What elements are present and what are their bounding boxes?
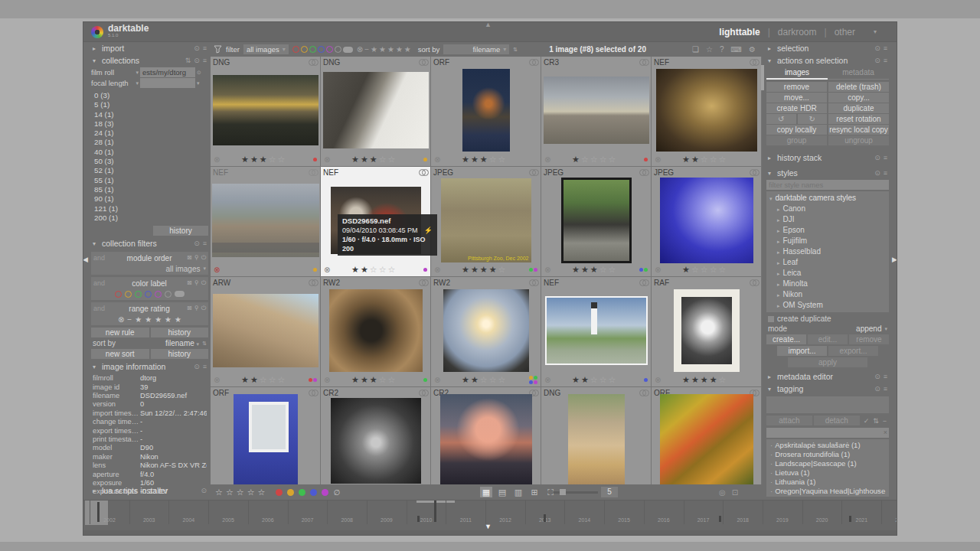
sort-direction-icon[interactable]: ⇅ [513, 47, 518, 53]
duplicate-button[interactable]: duplicate [828, 103, 889, 113]
presets-icon[interactable]: ≡ [884, 169, 887, 177]
tag-item[interactable]: Apskritalapė saulašarė (1) [768, 441, 887, 450]
thumbnail-cell[interactable]: RW2⊗★★★☆☆ [321, 277, 430, 386]
rating-stars[interactable]: ★★★☆☆ [220, 155, 308, 165]
filter-scope-select[interactable]: all images▾ [243, 44, 289, 54]
thumbnail-cell[interactable]: JPEG⊗★★★☆☆ [541, 167, 651, 276]
reject-icon[interactable]: ⊗ [544, 266, 550, 274]
filter-rating-widget[interactable]: ⊗−★★★★★ [357, 45, 411, 54]
thumbnail-cell[interactable]: NEF⊗★★☆☆☆ [541, 277, 651, 386]
detach-button[interactable]: detach [814, 416, 860, 425]
thumbnail-cell[interactable]: NEF⊗ [211, 167, 320, 276]
pin-icon[interactable]: ⚲ [194, 305, 199, 312]
thumbnail-cell[interactable]: DNG⊗★★★☆☆ [211, 57, 320, 166]
thumbnail-cell[interactable]: ORF⊗★★★☆☆ [431, 57, 541, 166]
reject-icon[interactable]: ⊗ [324, 376, 330, 384]
tab-lighttable[interactable]: lighttable [719, 27, 760, 37]
attach-button[interactable]: attach [766, 416, 812, 425]
color-label-circle[interactable] [125, 291, 132, 298]
views-dropdown-icon[interactable]: ▾ [874, 28, 877, 35]
rating-stars[interactable]: ★★★☆☆ [330, 155, 418, 165]
styles-tree-item[interactable]: ▸Minolta [769, 279, 886, 289]
metadata-editor-module-header[interactable]: ▸ metadata editor ⊙≡ [765, 370, 890, 383]
collection-value-item[interactable]: 14 (1) [94, 110, 205, 119]
rating-stars[interactable]: ★★☆☆☆ [550, 375, 639, 385]
collection-rule-value-input[interactable] [140, 78, 195, 88]
preferences-gear-icon[interactable]: ⚙ [749, 45, 756, 54]
collection-value-item[interactable]: 90 (1) [94, 194, 205, 204]
history-stack-module-header[interactable]: ▸ history stack ⊙≡ [765, 152, 890, 164]
filter-color-circles[interactable] [292, 46, 353, 53]
reject-icon[interactable]: ⊗ [544, 376, 550, 384]
style-export-button[interactable]: export... [828, 346, 878, 356]
reject-icon[interactable]: ⊗ [434, 266, 440, 274]
rating-stars[interactable]: ★★★☆☆ [550, 265, 639, 275]
actions-module-header[interactable]: ▾ actions on selection ⊙≡ [765, 54, 890, 67]
reject-icon[interactable]: ⊗ [324, 266, 330, 274]
toggle-sort-icon[interactable]: ⇅ [873, 417, 879, 425]
rating-stars[interactable]: ★★★☆☆ [440, 155, 528, 165]
thumbnail-cell[interactable]: ORF⊗ [652, 387, 761, 484]
style-remove-button[interactable]: remove [849, 334, 889, 344]
rating-stars[interactable]: ★☆☆☆☆ [550, 155, 639, 165]
color-label-circle[interactable] [318, 46, 325, 53]
pin-icon[interactable]: ⚲ [194, 254, 199, 262]
grid-scrollbar[interactable] [761, 65, 764, 90]
collection-value-item[interactable]: 24 (1) [94, 129, 205, 138]
style-filter-input[interactable] [766, 180, 889, 190]
rating-filter-stars[interactable]: ☆☆☆☆☆ [215, 487, 268, 497]
enable-icon[interactable]: ⏻ [201, 254, 206, 262]
reset-icon[interactable]: ⊙ [874, 373, 880, 380]
group-icon[interactable] [639, 59, 648, 66]
keyboard-icon[interactable]: ⌨ [731, 45, 742, 54]
rotate-ccw-button[interactable]: ↺ [766, 114, 796, 124]
new-sort-button[interactable]: new sort [91, 349, 149, 359]
view-zoomable-icon[interactable]: ▤ [496, 487, 508, 497]
reset-icon[interactable]: ⊙ [194, 57, 200, 64]
tag-item[interactable]: Landscape|Seascape (1) [768, 459, 887, 468]
rating-stars[interactable]: ★★★★☆ [440, 265, 528, 275]
thumbnail-cell[interactable]: CR2⊗ [321, 387, 430, 484]
presets-icon[interactable]: ≡ [884, 373, 887, 380]
thumbnail-cell[interactable]: ORF⊗ [211, 387, 320, 484]
view-culling-dynamic-icon[interactable]: ▥ [512, 487, 524, 497]
zoom-slider-thumb[interactable] [560, 489, 566, 495]
color-label-circle[interactable] [155, 291, 162, 298]
display-profile-icon[interactable]: ❏ [692, 45, 699, 54]
filters-history-button[interactable]: history [151, 328, 209, 337]
sort-icon[interactable]: ⇅ [185, 57, 191, 64]
new-rule-button[interactable]: new rule [91, 328, 149, 337]
collection-rule-field[interactable]: film roll▾ [91, 68, 139, 77]
right-panel-collapse-icon[interactable]: ▶ [892, 256, 897, 263]
top-panel-collapse-icon[interactable]: ▲ [485, 21, 492, 28]
collections-module-header[interactable]: ▾ collections ⇅⊙≡ [90, 54, 210, 67]
styles-tree-item[interactable]: ▸Epson [769, 225, 886, 236]
color-label-circle[interactable] [292, 46, 299, 53]
rating-stars[interactable]: ★★☆☆☆ [661, 155, 749, 165]
group-icon[interactable] [639, 169, 648, 176]
collection-value-item[interactable]: 55 (1) [94, 176, 205, 185]
collection-value-item[interactable]: 121 (1) [94, 204, 205, 214]
reset-icon[interactable]: ⊙ [194, 44, 200, 52]
reject-icon[interactable]: ⊗ [655, 155, 661, 164]
rating-stars[interactable]: ★★☆☆☆ [220, 375, 308, 385]
color-label-circle[interactable] [309, 46, 316, 53]
rating-stars[interactable]: ★★☆☆☆ [330, 265, 418, 275]
collection-value-item[interactable]: 18 (3) [94, 119, 205, 129]
tag-entry-input[interactable] [766, 428, 889, 438]
view-culling-fixed-icon[interactable]: ⊞ [528, 487, 541, 497]
style-apply-button[interactable]: apply [788, 357, 867, 367]
thumbnail-cell[interactable]: JPEGPittsburgh Zoo, Dec 2002⊗★★★★☆ [431, 167, 541, 276]
reset-icon[interactable]: ⊙ [874, 385, 880, 393]
group-icon[interactable] [639, 279, 648, 286]
remove-rule-icon[interactable]: ⊠ [187, 254, 192, 262]
reset-icon[interactable]: ⊙ [874, 44, 880, 52]
module-order-value[interactable]: all images [165, 265, 200, 273]
tag-item[interactable]: Oregon|Yaquina Head|Lighthouse (1) [768, 487, 887, 496]
reject-icon[interactable]: ⊗ [324, 155, 330, 164]
color-label-circle[interactable] [276, 489, 283, 496]
styles-tree-item[interactable]: ▸Hasselblad [769, 246, 886, 257]
reject-icon[interactable]: ⊗ [434, 376, 440, 384]
toggle-minus-icon[interactable]: − [883, 417, 887, 425]
styles-tree-root[interactable]: ▾darktable camera styles [769, 193, 886, 204]
